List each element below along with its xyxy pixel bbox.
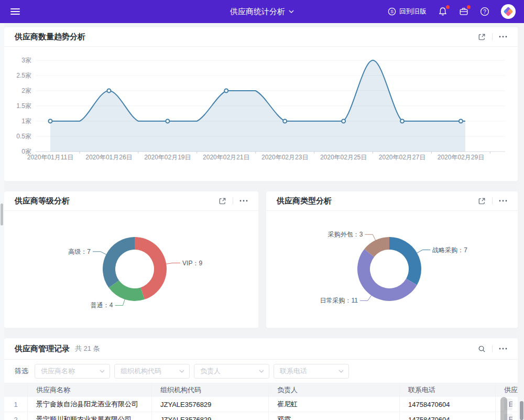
divider (492, 197, 493, 204)
svg-text:战略采购：7: 战略采购：7 (432, 246, 467, 254)
page-scrollbar-thumb[interactable] (520, 401, 523, 420)
svg-text:?: ? (483, 9, 486, 15)
chevron-down-icon (339, 370, 344, 373)
col-index (4, 383, 28, 397)
card-title: 供应商管理记录 (15, 344, 70, 354)
notification-badge (446, 5, 450, 9)
type-donut-chart: 战略采购：7日常采购：11采购外包：3 (266, 211, 518, 327)
more-icon[interactable] (499, 200, 507, 202)
left-scrollbar-thumb[interactable] (1, 203, 3, 225)
col-person: 负责人 (269, 383, 400, 397)
svg-text:3家: 3家 (21, 57, 31, 64)
level-donut-chart: VIP：9普通：4高级：7 (4, 211, 258, 327)
row-index: 2 (4, 412, 28, 420)
more-icon[interactable] (499, 348, 507, 350)
filter-select-phone[interactable]: 联系电话 (274, 364, 349, 379)
cell-supplier-name: 景宁畲族自治县阳龙酒业有限公司 (28, 397, 152, 412)
svg-text:VIP：9: VIP：9 (182, 260, 202, 267)
workbench-button[interactable] (459, 7, 468, 16)
card-title: 供应商数量趋势分析 (15, 32, 85, 42)
svg-text:采购外包：3: 采购外包：3 (328, 231, 363, 238)
card-title: 供应商类型分析 (277, 196, 332, 206)
cell-person: 邓霞 (269, 412, 400, 420)
filter-select-supplier-name[interactable]: 供应商名称 (35, 364, 110, 379)
svg-text:2020年02月23日: 2020年02月23日 (261, 154, 308, 161)
header-actions: S 回到旧版 ? (388, 4, 516, 19)
svg-text:2.5家: 2.5家 (16, 72, 31, 79)
records-card: 供应商管理记录 共 21 条 筛选 供应商名称 组织机构代码 负责人 联系电话 (4, 338, 518, 420)
svg-text:2020年02月21日: 2020年02月21日 (203, 154, 249, 161)
table-scrollbar-thumb[interactable] (500, 397, 507, 420)
more-icon[interactable] (239, 200, 248, 202)
app-header: 供应商统计分析 S 回到旧版 (0, 0, 524, 23)
page-scrollbar[interactable] (519, 23, 524, 420)
svg-text:1家: 1家 (21, 117, 31, 125)
level-card-header: 供应商等级分析 (4, 191, 258, 211)
filter-select-org-code[interactable]: 组织机构代码 (114, 364, 190, 379)
chevron-down-icon (179, 370, 184, 373)
svg-text:2020年01月11日: 2020年01月11日 (27, 154, 74, 161)
filter-row: 筛选 供应商名称 组织机构代码 负责人 联系电话 (4, 360, 518, 383)
cell-supplier-name: 景宁顺川和顺农业发展有限公司 (28, 412, 152, 420)
expand-icon[interactable] (219, 197, 226, 205)
cell-phone: 14758470604 (400, 412, 496, 420)
old-version-icon: S (388, 7, 396, 16)
back-to-old-version-label: 回到旧版 (399, 7, 427, 16)
table-row[interactable]: 2 景宁顺川和顺农业发展有限公司 JZYALE3576829 邓霞 147584… (4, 412, 518, 420)
table-header-row: 供应商名称 组织机构代码 负责人 联系电话 供应 (4, 383, 518, 397)
filter-label: 筛选 (15, 367, 28, 376)
type-card: 供应商类型分析 战略采购：7日常采购：11采购外包：3 (266, 191, 518, 328)
trend-card: 供应商数量趋势分析 0家0.5家1家1.5家2家2.5家3家2020年01月11… (4, 27, 518, 181)
svg-text:2家: 2家 (21, 87, 31, 94)
workbench-badge (467, 5, 471, 9)
table-row[interactable]: 1 景宁畲族自治县阳龙酒业有限公司 JZYALE3576829 崔尼虹 1475… (4, 397, 518, 412)
cell-org-code: JZYALE3576829 (152, 412, 269, 420)
expand-icon[interactable] (478, 33, 486, 41)
help-button[interactable]: ? (480, 7, 489, 16)
chevron-down-icon (289, 10, 294, 13)
records-card-header: 供应商管理记录 共 21 条 (4, 338, 518, 360)
page-title: 供应商统计分析 (230, 7, 285, 17)
cell-phone: 14758470604 (400, 397, 496, 412)
col-phone: 联系电话 (400, 383, 496, 397)
svg-text:2020年02月29日: 2020年02月29日 (438, 154, 484, 161)
filter-select-person[interactable]: 负责人 (194, 364, 269, 379)
svg-text:S: S (390, 9, 394, 14)
back-to-old-version-button[interactable]: S 回到旧版 (388, 7, 427, 16)
col-supplier-type: 供应 (496, 383, 518, 397)
page-title-dropdown[interactable]: 供应商统计分析 (230, 7, 294, 17)
search-icon[interactable] (478, 345, 486, 353)
type-card-header: 供应商类型分析 (266, 191, 518, 211)
col-supplier-name: 供应商名称 (28, 383, 152, 397)
divider (233, 197, 233, 204)
svg-text:日常采购：11: 日常采购：11 (320, 297, 358, 304)
trend-chart: 0家0.5家1家1.5家2家2.5家3家2020年01月11日2020年01月2… (4, 47, 518, 181)
expand-icon[interactable] (478, 197, 486, 205)
notifications-button[interactable] (438, 7, 447, 16)
left-scrollbar[interactable] (0, 23, 4, 420)
chevron-down-icon (259, 370, 264, 373)
cell-org-code: JZYALE3576829 (152, 397, 269, 412)
chevron-down-icon (100, 370, 105, 373)
divider (492, 33, 493, 40)
svg-text:0.5家: 0.5家 (16, 133, 31, 140)
more-icon[interactable] (499, 36, 507, 38)
help-icon: ? (480, 7, 489, 16)
avatar-logo-icon (502, 5, 515, 18)
cell-person: 崔尼虹 (269, 397, 400, 412)
trend-card-header: 供应商数量趋势分析 (4, 27, 518, 47)
svg-text:1.5家: 1.5家 (16, 102, 31, 110)
divider (492, 345, 493, 352)
records-count: 共 21 条 (75, 344, 100, 353)
svg-text:2020年02月27日: 2020年02月27日 (379, 154, 425, 161)
svg-text:2020年02月25日: 2020年02月25日 (320, 154, 367, 161)
menu-icon[interactable] (10, 7, 20, 16)
svg-text:高级：7: 高级：7 (68, 248, 91, 255)
svg-text:2020年02月19日: 2020年02月19日 (144, 154, 191, 161)
col-org-code: 组织机构代码 (152, 383, 269, 397)
row-index: 1 (4, 397, 28, 412)
level-card: 供应商等级分析 VIP：9普通：4高级：7 (4, 191, 258, 328)
card-title: 供应商等级分析 (15, 196, 70, 206)
svg-text:普通：4: 普通：4 (91, 301, 113, 309)
avatar[interactable] (501, 4, 516, 19)
